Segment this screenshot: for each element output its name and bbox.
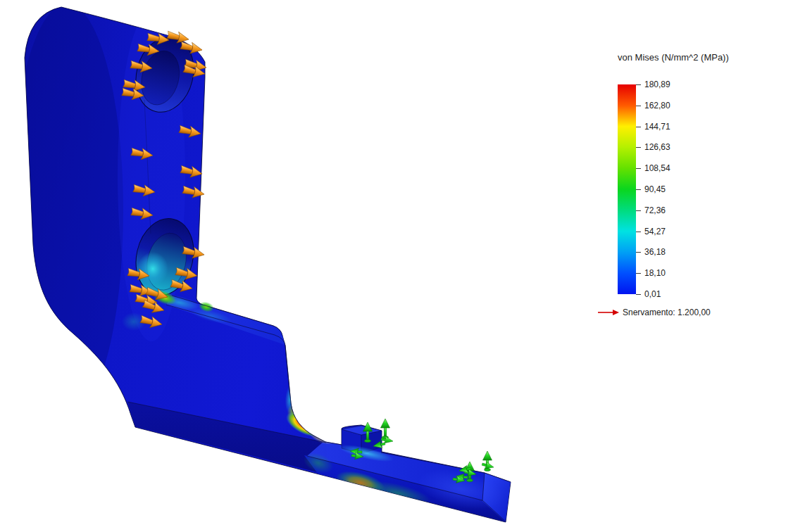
tick-mark [636,232,641,232]
legend-colorbar [618,84,636,294]
legend-title: von Mises (N/mm^2 (MPa)) [618,52,729,63]
legend-value: 54,27 [644,227,666,236]
legend-value: 144,71 [644,122,670,132]
tick-mark [636,273,641,274]
legend-value: 126,63 [644,142,670,152]
stress-legend: von Mises (N/mm^2 (MPa)) 180,89 162,80 1… [598,51,805,332]
legend-value: 0,01 [644,289,661,299]
legend-value: 108,54 [644,163,670,173]
tick-mark [636,147,641,148]
legend-label-row: 126,63 [636,142,670,152]
legend-value: 162,80 [644,101,670,110]
legend-label-row: 144,71 [636,122,670,132]
tick-mark [636,210,641,211]
part-body[interactable] [11,4,511,522]
tick-mark [636,294,641,295]
legend-value: 180,89 [644,80,670,89]
tick-mark [636,168,641,169]
tick-mark [636,127,641,127]
yield-arrow-icon [598,309,620,316]
legend-label-row: 180,89 [636,80,670,89]
legend-label-row: 18,10 [636,268,666,278]
legend-label-row: 162,80 [636,101,670,110]
legend-value: 90,45 [644,184,666,194]
tick-mark [636,252,641,253]
legend-label-row: 36,18 [636,247,666,257]
legend-value: 18,10 [644,268,666,278]
legend-label-row: 108,54 [636,163,670,173]
legend-label-row: 54,27 [636,227,666,236]
tick-mark [636,84,641,85]
legend-value: 36,18 [644,247,666,257]
legend-label-row: 72,36 [636,205,666,215]
tick-mark [636,189,641,190]
yield-annotation: Snervamento: 1.200,00 [598,308,711,317]
legend-label-row: 0,01 [636,289,661,299]
part-shading [11,4,511,522]
yield-label: Snervamento: 1.200,00 [623,308,711,317]
tick-mark [636,106,641,106]
legend-value: 72,36 [644,205,666,215]
simulation-viewport[interactable]: von Mises (N/mm^2 (MPa)) 180,89 162,80 1… [0,0,805,532]
legend-label-row: 90,45 [636,184,666,194]
